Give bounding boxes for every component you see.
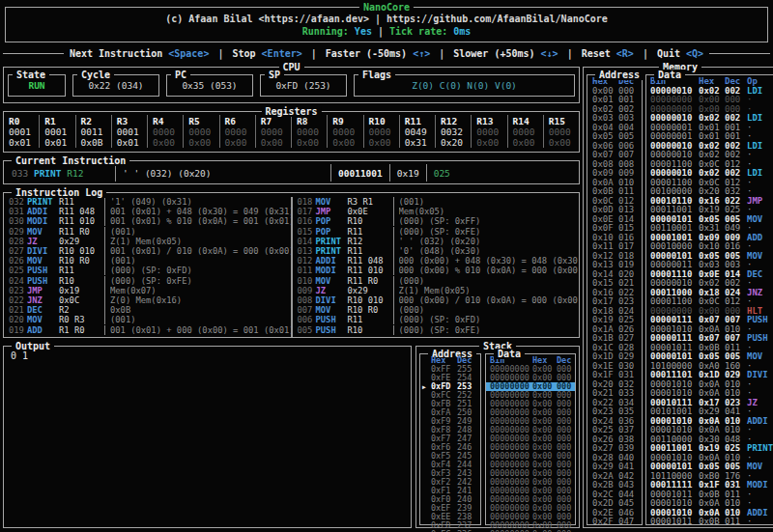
current-instruction-hex: 0x19 <box>397 168 419 179</box>
log-detail: Z(0) Mem(0x16) <box>110 295 291 305</box>
register-dec-value: 0000 <box>297 126 327 137</box>
log-opcode: ADDI <box>27 207 59 216</box>
current-instruction-dec: 025 <box>434 168 450 179</box>
stack-data-rows: BinHexDec000000000x00000000000000x000000… <box>486 354 575 532</box>
register-hex-value: 0x00 <box>332 137 362 148</box>
log-opcode: POP <box>316 227 348 237</box>
log-detail: 000 (0x00) + 048 (0x30) = 048 (0x30) <box>399 256 580 266</box>
left-column: CPU State RUN Cycle 0x22 (034) PC 0x35 (… <box>3 62 580 528</box>
log-args: 0x19 <box>59 286 103 295</box>
log-opcode: PUSH <box>316 315 348 324</box>
current-instruction-op: PRINT <box>34 168 62 179</box>
register-r9: R900000x00 <box>328 115 363 148</box>
log-opcode: JZ <box>27 237 59 246</box>
log-line-number: 012 <box>298 256 316 266</box>
log-detail: '1' (049) (0x31) <box>110 197 291 207</box>
control-key: <Enter> <box>262 48 302 59</box>
cpu-panel: CPU State RUN Cycle 0x22 (034) PC 0x35 (… <box>3 67 580 103</box>
memory-panel: Memory Address HexDec0x000000x010010x020… <box>583 67 773 528</box>
log-row: 017JMP0x0EMem(0x05) <box>298 207 580 216</box>
log-opcode: ADDI <box>316 256 348 266</box>
register-r11: R1100490x31 <box>400 115 436 148</box>
control-faster-50ms[interactable]: Faster (-50ms) <↑> <box>326 48 430 59</box>
log-detail: 001 (0x01) + 048 (0x30) = 049 (0x31) <box>110 207 291 216</box>
control-label: Stop <box>232 48 261 59</box>
log-row: 005PUSHR10(000) (SP: 0xFE) <box>298 325 580 335</box>
control-key: <R> <box>616 48 634 59</box>
cpu-cycle-label: Cycle <box>77 70 114 80</box>
log-opcode: MOV <box>27 227 59 237</box>
nanocore-app: NanoCore (c) Afaan Bilal <https://afaan.… <box>0 0 773 532</box>
log-args: 0x0E <box>348 207 392 216</box>
divider <box>104 256 105 266</box>
log-row: 006PUSHR11(000) (SP: 0xFD) <box>298 315 580 324</box>
divider <box>393 216 394 226</box>
register-dec-value: 0000 <box>549 126 579 137</box>
log-line-number: 008 <box>298 295 316 305</box>
register-hex-value: 0x20 <box>441 137 471 148</box>
log-detail: (000) (SP: 0xFD) <box>399 315 580 324</box>
log-args: R1 R0 <box>59 325 103 335</box>
log-opcode: PUSH <box>27 266 59 275</box>
log-args: R11 010 <box>59 216 103 226</box>
control-next-instruction[interactable]: Next Instruction <Space> <box>70 48 210 59</box>
control-slower-50ms[interactable]: Slower (+50ms) <↓> <box>453 48 558 59</box>
memory-data-box[interactable]: Data BinHexDecOp000000100x02002LDI000000… <box>645 74 773 525</box>
log-args: R11 R0 <box>59 227 103 237</box>
divider <box>104 207 105 216</box>
log-row: 011MODIR11 010000 (0x00) % 010 (0x0A) = … <box>298 266 580 275</box>
control-separator: | <box>209 48 232 59</box>
register-name: R6 <box>225 116 255 126</box>
log-opcode: PRINT <box>27 197 59 207</box>
divider <box>389 164 390 182</box>
log-detail: Z(1) Mem(0x05) <box>399 286 580 295</box>
memory-address-title: Address <box>595 70 644 80</box>
log-row: 026MOVR10 R0(001) <box>9 256 291 266</box>
log-args: R11 048 <box>59 207 103 216</box>
control-label: Faster (-50ms) <box>326 48 413 59</box>
cpu-cycle-value: 0x22 (034) <box>88 80 143 91</box>
log-detail: 000 (0x00) % 010 (0x0A) = 000 (0x00) <box>399 266 580 275</box>
log-detail: (000) (SP: 0xFF) <box>399 216 580 226</box>
register-name: R9 <box>332 116 362 126</box>
log-row: 027DIVIR10 010001 (0x01) / 010 (0x0A) = … <box>9 246 291 256</box>
control-reset[interactable]: Reset <R> <box>582 48 634 59</box>
stack-address-box[interactable]: Address HexDec0xFF2550xFE254▶0xFD2530xFC… <box>419 353 481 525</box>
log-row: 009JZ0x29Z(1) Mem(0x05) <box>298 286 580 295</box>
stack-data-box[interactable]: Data BinHexDec000000000x00000000000000x0… <box>485 353 576 525</box>
register-name: R14 <box>513 116 543 126</box>
log-opcode: JMP <box>316 207 348 216</box>
log-line-number: 007 <box>298 305 316 315</box>
divider <box>104 325 105 335</box>
log-args: R3 R1 <box>348 197 392 207</box>
control-quit[interactable]: Quit <Q> <box>657 48 703 59</box>
current-instruction-panel: Current Instruction 033 PRINT R12 ' ' (0… <box>3 160 580 184</box>
log-detail: 001 (0x01) / 010 (0x0A) = 000 (0x00) <box>110 246 291 256</box>
register-dec-value: 0000 <box>188 126 218 137</box>
divider <box>393 266 394 275</box>
divider <box>393 295 394 305</box>
log-line-number: 026 <box>9 256 27 266</box>
instruction-log-right[interactable]: 018MOVR3 R1(001)017JMP0x0EMem(0x05)016PO… <box>293 197 580 337</box>
output-text: 0 1 <box>4 347 411 365</box>
divider <box>104 315 105 324</box>
memory-address-box[interactable]: Address HexDec0x000000x010010x020020x030… <box>587 74 643 525</box>
stack-panel: Stack Address HexDec0xFF2550xFE254▶0xFD2… <box>415 346 580 528</box>
log-detail: (000) (SP: 0xFE) <box>399 227 580 237</box>
log-row: 015POPR11(000) (SP: 0xFE) <box>298 227 580 237</box>
cpu-state-value: RUN <box>28 80 44 91</box>
status-line: Running: Yes | Tick rate: 0ms <box>6 25 767 38</box>
log-opcode: DEC <box>27 305 59 315</box>
cpu-cycle-box: Cycle 0x22 (034) <box>72 74 159 97</box>
log-args: R10 R0 <box>59 256 103 266</box>
register-r7: R700000x00 <box>256 115 292 148</box>
log-args: R11 <box>59 197 103 207</box>
instruction-log-left[interactable]: 032PRINTR11'1' (049) (0x31)031ADDIR11 04… <box>4 197 293 337</box>
log-detail: Z(1) Mem(0x05) <box>110 237 291 246</box>
status-separator: | <box>378 26 384 37</box>
cpu-flags-box: Flags Z(0) C(0) N(0) V(0) <box>354 74 575 97</box>
log-args: R12 <box>348 237 392 246</box>
control-stop[interactable]: Stop <Enter> <box>232 48 301 59</box>
log-opcode: MODI <box>316 266 348 275</box>
control-separator: | <box>302 48 326 59</box>
